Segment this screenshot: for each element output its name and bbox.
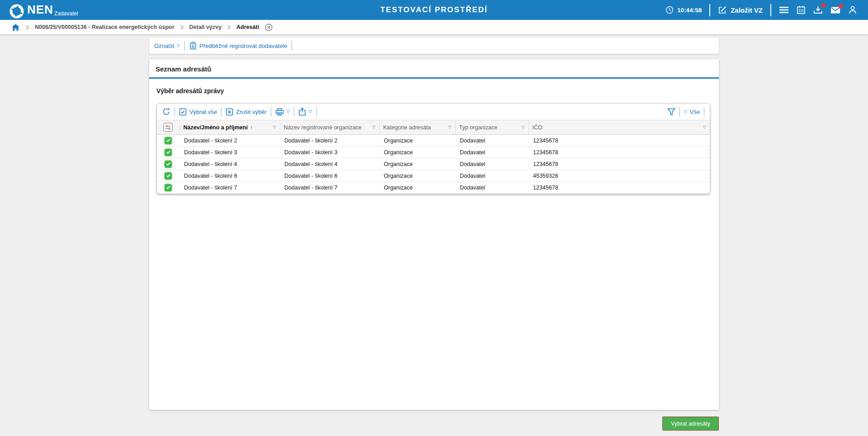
cell-category: Organizace [379,135,455,147]
page-title: Seznam adresátů [149,59,719,79]
filter-triangle-icon[interactable]: ▽ [700,125,706,129]
addressees-table: Název/Jméno a příjmení ↑ ▽ Název registr… [157,120,710,194]
preregister-supplier-button[interactable]: Předběžně registrovat dodavatele [189,42,287,50]
create-vz-button[interactable]: Založit VZ [718,5,763,14]
cell-type: Dodavatel [455,182,528,194]
home-button[interactable] [11,24,20,31]
refresh-button[interactable] [162,108,170,116]
cell-name: Dodavatel - školení 3 [179,147,280,158]
cell-name: Dodavatel - školení 6 [179,170,280,182]
filter-triangle-icon[interactable]: ▽ [270,125,276,129]
table-row[interactable]: Dodavatel - školení 4 Dodavatel - školen… [157,158,710,170]
column-header-ico[interactable]: IČO ▽ [528,120,710,135]
clear-selection-button[interactable]: Zrušit výběr [226,108,267,116]
filter-triangle-icon[interactable]: ▽ [370,125,376,129]
grid-toolbar: Vybrat vše Zrušit výběr ▽ [157,104,710,120]
filter-all-label: Vše [690,109,700,115]
hamburger-icon [779,6,789,14]
column-header-name[interactable]: Název/Jméno a příjmení ↑ ▽ [179,120,280,135]
divider [704,107,704,117]
column-settings-icon [163,123,173,132]
user-button[interactable] [848,5,857,14]
content-card: Seznam adresátů Výběr adresátů zprávy Vy… [149,59,719,410]
cell-ico: 12345678 [528,135,710,147]
divider [316,107,316,117]
cell-name: Dodavatel - školení 7 [179,182,280,194]
cell-org: Dodavatel - školení 4 [280,158,379,170]
divider [271,107,271,117]
create-vz-label: Založit VZ [731,6,763,14]
current-time: 10:44:58 [677,7,702,14]
compose-icon [718,5,727,14]
brand-subtitle: Zadavatel [54,11,78,16]
chevron-right-icon [26,25,29,30]
cell-type: Dodavatel [455,170,528,182]
cell-category: Organizace [379,158,455,170]
check-icon [166,174,171,178]
chevron-down-icon: ▽ [287,110,290,114]
cell-ico: 45359326 [528,170,710,182]
column-header-org-type[interactable]: Typ organizace ▽ [455,120,528,135]
menu-button[interactable] [779,6,789,14]
clipboard-icon [189,42,197,50]
select-all-button[interactable]: Vybrat vše [179,108,217,116]
calendar-button[interactable] [797,5,806,14]
row-checkbox-checked[interactable] [165,137,172,144]
action-toolbar: Označit ▽ Předběžně registrovat dodavate… [149,38,719,54]
row-checkbox-checked[interactable] [165,184,172,191]
select-addressees-button[interactable]: Vybrat adresáty [662,417,719,431]
close-tab-button[interactable] [265,24,273,31]
check-icon [166,185,171,190]
top-bar: NEN Zadavatel TESTOVACÍ PROSTŘEDÍ 10:44:… [0,0,868,20]
filter-all-button[interactable]: ▽ Vše [684,109,700,115]
share-export-icon [298,108,306,116]
export-button[interactable]: ▽ [298,108,312,116]
grid-title: Výběr adresátů zprávy [149,79,719,103]
check-icon [166,162,171,166]
select-all-label: Vybrat vše [189,109,217,115]
breadcrumb-item-procurement[interactable]: N006/25/V00005136 - Realizace energetick… [35,24,175,30]
user-icon [848,5,857,14]
cell-type: Dodavatel [455,147,528,158]
breadcrumb-item-adresati[interactable]: Adresáti [236,24,259,30]
chevron-right-icon [227,25,231,30]
check-icon [166,150,171,154]
row-checkbox-checked[interactable] [165,161,172,168]
cell-category: Organizace [379,147,455,158]
breadcrumb-item-detail-vyzvy[interactable]: Detail výzvy [189,24,222,30]
divider [221,107,222,117]
table-row[interactable]: Dodavatel - školení 3 Dodavatel - školen… [157,147,710,158]
sort-asc-icon: ↑ [250,124,253,131]
addressees-grid: Vybrat vše Zrušit výběr ▽ [156,103,710,194]
funnel-icon [667,108,675,116]
home-icon [11,24,20,31]
table-row[interactable]: Dodavatel - školení 7 Dodavatel - školen… [157,182,710,194]
table-row[interactable]: Dodavatel - školení 2 Dodavatel - školen… [157,135,710,147]
notification-badge [839,4,843,9]
notification-badge [821,3,826,8]
filter-triangle-icon[interactable]: ▽ [519,125,525,129]
nen-logo[interactable]: NEN Zadavatel [9,1,78,19]
column-header-category[interactable]: Kategorie adresáta ▽ [379,120,455,135]
filter-triangle-icon[interactable]: ▽ [446,125,452,129]
column-header-registered-org[interactable]: Název registrované organizace ▽ [280,120,379,135]
mark-label: Označit [154,43,174,49]
inbox-button[interactable] [813,5,823,14]
cell-org: Dodavatel - školení 3 [280,147,379,158]
divider [175,107,175,117]
cell-name: Dodavatel - školení 4 [179,158,280,170]
messages-button[interactable] [830,6,840,14]
row-checkbox-checked[interactable] [165,172,172,180]
divider [292,41,292,51]
cell-ico: 12345678 [528,182,710,194]
column-settings-header[interactable] [157,120,179,135]
filter-button[interactable] [667,108,675,116]
row-checkbox-checked[interactable] [165,149,172,156]
table-row[interactable]: Dodavatel - školení 6 Dodavatel - školen… [157,170,710,182]
brand-name: NEN [27,4,53,15]
print-button[interactable]: ▽ [275,108,290,116]
cell-org: Dodavatel - školení 7 [280,182,379,194]
chevron-right-icon [180,25,184,30]
mark-menu-button[interactable]: Označit ▽ [154,43,180,49]
chevron-down-icon: ▽ [684,110,687,114]
